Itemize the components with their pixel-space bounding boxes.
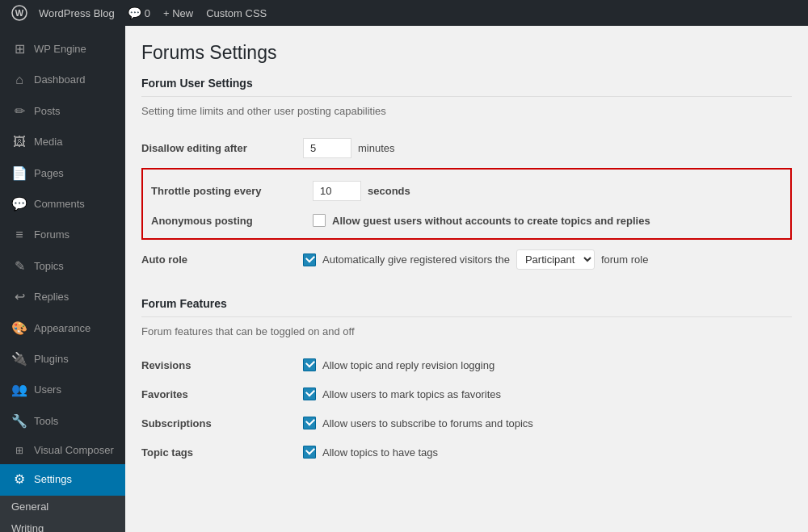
subscriptions-label: Subscriptions: [141, 408, 303, 438]
plugins-icon: 🔌: [11, 350, 27, 368]
sidebar-item-settings[interactable]: ⚙ Settings: [0, 464, 125, 495]
revisions-checkbox[interactable]: [303, 358, 316, 371]
anonymous-posting-row: Anonymous posting Allow guest users with…: [151, 207, 782, 233]
sidebar-item-replies[interactable]: ↩ Replies: [0, 282, 125, 312]
disallow-editing-label: Disallow editing after: [141, 130, 303, 166]
revisions-field: Allow topic and reply revision logging: [303, 358, 792, 371]
sidebar-item-dashboard[interactable]: ⌂ Dashboard: [0, 65, 125, 95]
features-table: Revisions Allow topic and reply revision…: [141, 350, 792, 467]
pages-icon: 📄: [11, 165, 27, 182]
disallow-editing-field: 5 minutes: [303, 138, 792, 158]
sidebar-item-media[interactable]: 🖼 Media: [0, 127, 125, 157]
wp-logo[interactable]: W: [6, 0, 32, 26]
favorites-row: Favorites Allow users to mark topics as …: [141, 379, 792, 408]
subscriptions-text: Allow users to subscribe to forums and t…: [322, 417, 533, 429]
section2-title: Forum Features: [141, 297, 792, 317]
user-settings-table: Disallow editing after 5 minutes: [141, 130, 792, 278]
disallow-editing-unit: minutes: [358, 142, 395, 154]
auto-role-row: Auto role Automatically give registered …: [141, 241, 792, 278]
media-icon: 🖼: [11, 133, 27, 151]
revisions-text: Allow topic and reply revision logging: [322, 359, 494, 371]
wp-engine-icon: ⊞: [11, 40, 27, 58]
section1-desc: Setting time limits and other user posti…: [141, 105, 792, 117]
subscriptions-checkbox[interactable]: [303, 417, 316, 429]
new-button[interactable]: + New: [157, 0, 200, 26]
tools-icon: 🔧: [11, 413, 27, 430]
topic-tags-field: Allow topics to have tags: [303, 446, 792, 459]
comments-icon: 💬: [11, 195, 27, 213]
disallow-editing-row: Disallow editing after 5 minutes: [141, 130, 792, 166]
sidebar-item-appearance[interactable]: 🎨 Appearance: [0, 313, 125, 344]
highlight-section-row: Throttle posting every 10 seconds: [141, 166, 792, 241]
sidebar-item-visual-composer[interactable]: ⊞ Visual Composer: [0, 437, 125, 464]
section1-title: Forum User Settings: [141, 77, 792, 97]
visual-composer-icon: ⊞: [11, 444, 27, 458]
auto-role-text-after: forum role: [601, 253, 649, 266]
custom-css-button[interactable]: Custom CSS: [200, 0, 273, 26]
auto-role-label: Auto role: [141, 241, 303, 278]
sidebar-item-comments[interactable]: 💬 Comments: [0, 189, 125, 220]
sidebar-sub-writing[interactable]: Writing: [0, 517, 125, 532]
sidebar-sub-general[interactable]: General: [0, 496, 125, 517]
topic-tags-row: Topic tags Allow topics to have tags: [141, 438, 792, 467]
auto-role-select[interactable]: Participant Moderator Keymaster: [516, 249, 595, 270]
sidebar-item-users[interactable]: 👥 Users: [0, 375, 125, 405]
sidebar-item-wp-engine[interactable]: ⊞ WP Engine: [0, 34, 125, 65]
site-name[interactable]: WordPress Blog: [32, 0, 121, 26]
topbar: W WordPress Blog 💬 0 + New Custom CSS: [0, 0, 808, 26]
throttle-posting-row: Throttle posting every 10 seconds: [151, 174, 782, 207]
sidebar-item-tools[interactable]: 🔧 Tools: [0, 406, 125, 437]
throttle-posting-label: Throttle posting every: [151, 174, 313, 207]
settings-icon: ⚙: [11, 471, 27, 488]
topic-tags-checkbox[interactable]: [303, 446, 316, 459]
sidebar-item-plugins[interactable]: 🔌 Plugins: [0, 344, 125, 375]
anonymous-posting-label: Anonymous posting: [151, 207, 313, 233]
favorites-field: Allow users to mark topics as favorites: [303, 387, 792, 400]
sidebar-item-forums[interactable]: ≡ Forums: [0, 220, 125, 250]
comments-link[interactable]: 💬 0: [121, 0, 157, 26]
posts-icon: ✏: [11, 103, 27, 120]
anonymous-posting-checkbox[interactable]: [313, 214, 326, 227]
auto-role-text-before: Automatically give registered visitors t…: [322, 253, 510, 266]
appearance-icon: 🎨: [11, 320, 27, 337]
subscriptions-row: Subscriptions Allow users to subscribe t…: [141, 408, 792, 438]
settings-submenu: General Writing Reading Discussion Media: [0, 496, 125, 532]
sidebar-item-topics[interactable]: ✎ Topics: [0, 251, 125, 282]
sidebar-item-posts[interactable]: ✏ Posts: [0, 96, 125, 127]
sidebar: ⊞ WP Engine ⌂ Dashboard ✏ Posts 🖼 Media …: [0, 26, 125, 532]
replies-icon: ↩: [11, 288, 27, 306]
section2-desc: Forum features that can be toggled on an…: [141, 325, 792, 337]
auto-role-field: Automatically give registered visitors t…: [303, 249, 792, 270]
topic-tags-text: Allow topics to have tags: [322, 446, 438, 459]
forums-icon: ≡: [11, 226, 27, 244]
revisions-label: Revisions: [141, 350, 303, 379]
revisions-row: Revisions Allow topic and reply revision…: [141, 350, 792, 379]
favorites-checkbox[interactable]: [303, 387, 316, 400]
anonymous-posting-field: Allow guest users without accounts to cr…: [313, 214, 782, 227]
users-icon: 👥: [11, 381, 27, 399]
throttle-posting-unit: seconds: [368, 185, 410, 197]
topics-icon: ✎: [11, 258, 27, 275]
anonymous-posting-checkbox-label: Allow guest users without accounts to cr…: [332, 215, 650, 227]
subscriptions-field: Allow users to subscribe to forums and t…: [303, 417, 792, 429]
page-title: Forums Settings: [141, 42, 792, 64]
favorites-text: Allow users to mark topics as favorites: [322, 388, 501, 400]
throttle-posting-field: 10 seconds: [313, 181, 782, 201]
favorites-label: Favorites: [141, 379, 303, 408]
throttle-posting-input[interactable]: 10: [313, 181, 361, 201]
section-forum-user-settings: Forum User Settings Setting time limits …: [141, 77, 792, 278]
svg-text:W: W: [15, 8, 24, 18]
dashboard-icon: ⌂: [11, 71, 27, 89]
disallow-editing-input[interactable]: 5: [303, 138, 351, 158]
comment-icon: 💬: [128, 6, 141, 19]
auto-role-checkbox[interactable]: [303, 253, 316, 266]
section-forum-features: Forum Features Forum features that can b…: [141, 297, 792, 467]
sidebar-item-pages[interactable]: 📄 Pages: [0, 158, 125, 189]
topic-tags-label: Topic tags: [141, 438, 303, 467]
main-content: Forums Settings Forum User Settings Sett…: [125, 26, 808, 532]
